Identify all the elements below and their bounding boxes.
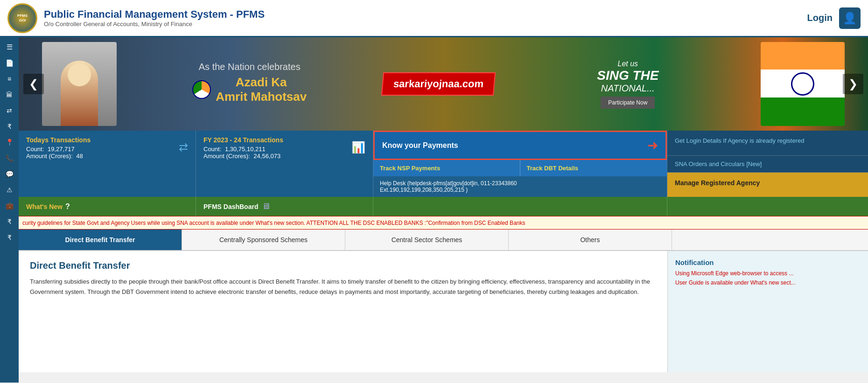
empty-right-cell bbox=[667, 197, 868, 216]
banner-text-area: As the Nation celebrates Azadi Ka Amrit … bbox=[126, 62, 373, 107]
red-arrow-icon: ➜ bbox=[647, 138, 658, 153]
banner-azadi-text: Azadi Ka Amrit Mahotsav bbox=[216, 75, 307, 104]
whats-new-label: What's New bbox=[26, 203, 63, 210]
notification-text1: Using Microsoft Edge web-browser to acce… bbox=[675, 270, 861, 277]
helpdesk-cell: Help Desk (helpdesk-pfms[at]gov[dot]in, … bbox=[373, 176, 667, 197]
todays-amount: Amount (Crores): 48 bbox=[26, 153, 188, 160]
logo-text: PFMSGOI bbox=[17, 14, 28, 22]
login-link[interactable]: Login bbox=[807, 13, 833, 23]
empty-green-cell bbox=[373, 197, 667, 216]
tab-central-sector[interactable]: Central Sector Schemes bbox=[345, 230, 509, 250]
todays-title: Todays Transactions bbox=[26, 136, 188, 144]
info-bar: Todays Transactions Count: 19,27,717 Amo… bbox=[19, 131, 868, 197]
login-details-link: Get Login Details If Agency is already r… bbox=[675, 137, 804, 144]
pfms-dashboard-cell[interactable]: PFMS DashBoard 🖥 bbox=[196, 197, 373, 216]
sna-orders-link: SNA Orders and Circulars [New] bbox=[675, 160, 762, 167]
login-details-cell[interactable]: Get Login Details If Agency is already r… bbox=[667, 131, 868, 156]
banner: ❮ As the Nation celebrates Azadi Ka bbox=[19, 37, 868, 131]
transfer-arrows-icon: ⇄ bbox=[179, 141, 188, 154]
notification-content: Using Microsoft Edge web-browser to acce… bbox=[675, 270, 861, 286]
sidebar: ☰ 📄 ≡ 🏛 ⇄ ₹ 📍 📞 💬 ⚠ 💼 ₹ ₹ bbox=[0, 37, 19, 383]
banner-flag-area bbox=[761, 42, 845, 126]
sidebar-item-briefcase[interactable]: 💼 bbox=[1, 199, 18, 213]
helpdesk-ext: Ext.190,192,199,208,350,205,215 ) bbox=[380, 187, 660, 193]
todays-transactions-cell: Todays Transactions Count: 19,27,717 Amo… bbox=[19, 131, 196, 197]
know-payments-label: Know your Payments bbox=[382, 141, 458, 150]
todays-count: Count: 19,27,717 bbox=[26, 146, 188, 153]
know-payments-cell[interactable]: Know your Payments ➜ bbox=[373, 131, 667, 160]
dashboard-icon: 🖥 bbox=[262, 202, 270, 211]
banner-nav-prev[interactable]: ❮ bbox=[23, 74, 44, 94]
banner-watermark: sarkariyojnaa.com bbox=[381, 72, 496, 96]
fy-amount: Amount (Crores): 24,56,073 bbox=[203, 153, 365, 160]
content-main: Direct Benefit Transfer Transferring sub… bbox=[19, 251, 667, 372]
notification-text2: User Guide is available under What's new… bbox=[675, 279, 861, 286]
tab-dbt[interactable]: Direct Benefit Transfer bbox=[19, 230, 182, 250]
participate-now-btn[interactable]: Participate Now bbox=[601, 97, 655, 109]
payments-column: Know your Payments ➜ Track NSP Payments … bbox=[373, 131, 667, 197]
content-area: Direct Benefit Transfer Transferring sub… bbox=[19, 251, 868, 372]
tab-others[interactable]: Others bbox=[509, 230, 672, 250]
main-content: ❮ As the Nation celebrates Azadi Ka bbox=[19, 37, 868, 383]
sidebar-item-location[interactable]: 📍 bbox=[1, 135, 18, 149]
fy-title: FY 2023 - 24 Transactions bbox=[203, 136, 365, 144]
manage-agency-link: Manage Registered Agency bbox=[675, 179, 760, 187]
sidebar-item-transfer[interactable]: ⇄ bbox=[1, 104, 18, 118]
right-column: Get Login Details If Agency is already r… bbox=[667, 131, 868, 197]
sidebar-item-chat[interactable]: 💬 bbox=[1, 167, 18, 181]
tabs-bar: Direct Benefit Transfer Centrally Sponso… bbox=[19, 230, 868, 251]
tab-centrally-sponsored[interactable]: Centrally Sponsored Schemes bbox=[182, 230, 345, 250]
sidebar-item-rupee2[interactable]: ₹ bbox=[1, 215, 18, 229]
sidebar-item-document[interactable]: 📄 bbox=[1, 56, 18, 70]
header-titles: Public Financial Management System - PFM… bbox=[44, 8, 265, 28]
sidebar-item-menu[interactable]: ☰ bbox=[1, 40, 18, 54]
track-dbt-label: Track DBT Details bbox=[527, 165, 661, 172]
chart-icon: 📊 bbox=[351, 141, 365, 154]
banner-right-text: Let us SING THE NATIONAL... Participate … bbox=[504, 60, 751, 109]
manage-agency-cell[interactable]: Manage Registered Agency bbox=[667, 173, 868, 197]
header: PFMSGOI Public Financial Management Syst… bbox=[0, 0, 868, 37]
content-paragraph: Transferring subsidies directly to the p… bbox=[30, 277, 656, 297]
notification-panel: Notification Using Microsoft Edge web-br… bbox=[667, 251, 868, 372]
fy-transactions-cell: FY 2023 - 24 Transactions Count: 1,30,75… bbox=[196, 131, 373, 197]
question-icon: ? bbox=[65, 202, 70, 211]
track-nsp-label: Track NSP Payments bbox=[380, 165, 513, 172]
banner-person-image bbox=[42, 42, 117, 126]
banner-nav-next[interactable]: ❯ bbox=[843, 74, 863, 94]
content-heading: Direct Benefit Transfer bbox=[30, 260, 656, 271]
user-icon[interactable]: 👤 bbox=[839, 7, 861, 29]
sna-orders-cell[interactable]: SNA Orders and Circulars [New] bbox=[667, 156, 868, 173]
ticker-bar: curity guidelines for State Govt and Age… bbox=[19, 216, 868, 230]
fy-count: Count: 1,30,75,10,211 bbox=[203, 146, 365, 153]
sidebar-item-phone[interactable]: 📞 bbox=[1, 151, 18, 165]
helpdesk-text: Help Desk (helpdesk-pfms[at]gov[dot]in, … bbox=[380, 180, 660, 187]
ticker-text: curity guidelines for State Govt and Age… bbox=[22, 220, 525, 226]
site-subtitle: O/o Controller General of Accounts, Mini… bbox=[44, 21, 265, 28]
track-nsp-cell[interactable]: Track NSP Payments bbox=[373, 160, 520, 176]
bottom-info-bar: What's New ? PFMS DashBoard 🖥 bbox=[19, 197, 868, 216]
pfms-dashboard-label: PFMS DashBoard bbox=[203, 203, 258, 210]
sidebar-item-rupee3[interactable]: ₹ bbox=[1, 230, 18, 244]
whats-new-cell[interactable]: What's New ? bbox=[19, 197, 196, 216]
logo: PFMSGOI bbox=[7, 3, 37, 33]
banner-celebrates-text: As the Nation celebrates bbox=[126, 62, 373, 72]
tab-spacer bbox=[672, 230, 868, 250]
notification-title: Notification bbox=[675, 258, 861, 266]
sidebar-item-alert[interactable]: ⚠ bbox=[1, 183, 18, 197]
header-right: Login 👤 bbox=[807, 7, 861, 29]
track-dbt-cell[interactable]: Track DBT Details bbox=[520, 160, 667, 176]
sidebar-item-rupee[interactable]: ₹ bbox=[1, 119, 18, 133]
sidebar-item-bank[interactable]: 🏛 bbox=[1, 88, 18, 102]
sidebar-item-list[interactable]: ≡ bbox=[1, 72, 18, 86]
site-title: Public Financial Management System - PFM… bbox=[44, 8, 265, 21]
